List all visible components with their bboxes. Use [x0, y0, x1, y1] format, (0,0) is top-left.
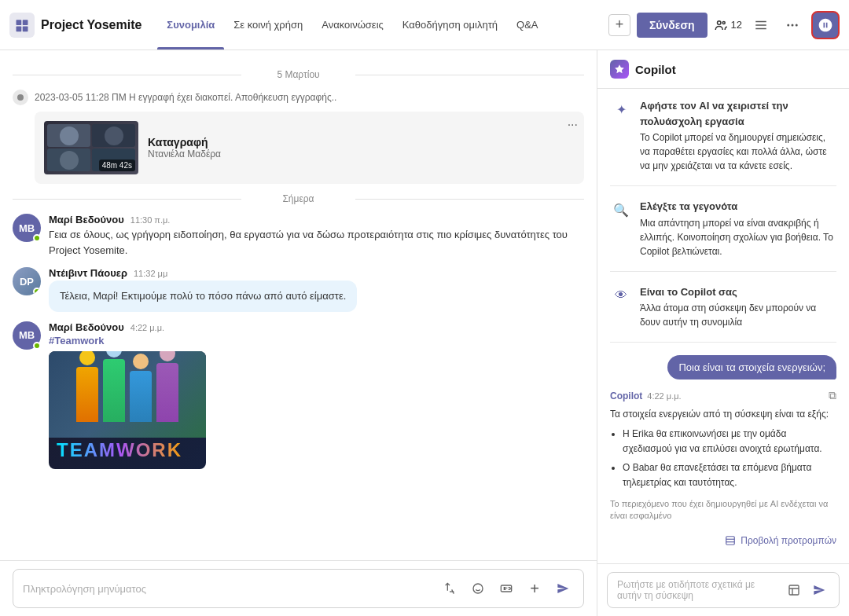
more-options-button[interactable] — [780, 13, 805, 38]
send-button[interactable] — [552, 578, 574, 600]
date-divider-today: Σήμερα — [13, 193, 584, 204]
date-divider-march: 5 Μαρτίου — [13, 69, 584, 80]
message-row: DP Ντέιβιντ Πάουερ 11:32 μμ Τέλεια, Μαρί… — [13, 267, 584, 312]
join-button[interactable]: Σύνδεση — [637, 13, 708, 38]
format-text-button[interactable] — [439, 578, 461, 600]
copy-response-button[interactable]: ⧉ — [829, 389, 836, 402]
svg-point-10 — [792, 24, 794, 26]
divider — [610, 185, 836, 186]
divider — [610, 342, 836, 343]
recording-info: Καταγραφή Ντανιέλα Μαδέρα — [148, 136, 575, 160]
attach-button[interactable] — [784, 580, 804, 600]
svg-rect-23 — [789, 585, 799, 595]
add-tab-button[interactable]: + — [608, 14, 630, 36]
svg-point-4 — [717, 20, 721, 24]
participants-count[interactable]: 12 — [714, 18, 742, 32]
status-dot — [33, 288, 41, 295]
copilot-input-area: Ρωτήστε με οτιδήποτε σχετικά με αυτήν τη… — [597, 563, 849, 616]
avatar: DP — [13, 267, 41, 295]
copilot-logo — [610, 60, 629, 79]
input-toolbar: + — [439, 578, 574, 600]
copilot-input-toolbar — [784, 580, 829, 600]
copilot-title: Copilot — [635, 63, 676, 76]
copilot-feature: ✦ Αφήστε τον AI να χειριστεί την πολυάσχ… — [610, 98, 836, 173]
copilot-send-button[interactable] — [809, 580, 829, 600]
copilot-input-box: Ρωτήστε με οτιδήποτε σχετικά με αυτήν τη… — [607, 572, 840, 608]
copilot-feature: 👁 Είναι το Copilot σας Άλλα άτομα στη σύ… — [610, 284, 836, 330]
message-row: MB Μαρί Βεδούνου 4:22 μ.μ. #Teamwork — [13, 321, 584, 469]
message-input-box: Πληκτρολόγηση μηνύματος + — [13, 569, 584, 608]
copilot-feature: 🔍 Ελέγξτε τα γεγονότα Μια απάντηση μπορε… — [610, 199, 836, 258]
gif-image: TEAMWORK — [49, 351, 206, 469]
app-icon — [9, 13, 35, 38]
copilot-body: ✦ Αφήστε τον AI να χειριστεί την πολυάσχ… — [597, 89, 849, 563]
divider — [610, 271, 836, 272]
avatar: MB — [13, 214, 41, 242]
main-area: 5 Μαρτίου 2023-03-05 11:28 ΠΜ Η εγγραφή … — [0, 50, 849, 616]
tab-announcements[interactable]: Ανακοινώσεις — [312, 0, 393, 50]
view-prompts-link[interactable]: Προβολή προτρομπών — [610, 532, 836, 549]
copilot-panel: Copilot ✦ Αφήστε τον AI να χειριστεί την… — [597, 50, 849, 616]
svg-rect-3 — [23, 26, 28, 31]
sparkle-icon: ✦ — [610, 98, 632, 120]
chat-panel: 5 Μαρτίου 2023-03-05 11:28 ΠΜ Η εγγραφή … — [0, 50, 597, 616]
svg-rect-2 — [17, 26, 22, 31]
recording-stopped-icon — [13, 90, 28, 105]
recording-card: 48m 42s Καταγραφή Ντανιέλα Μαδέρα ··· — [35, 112, 584, 184]
svg-point-16 — [473, 584, 483, 593]
header-right-actions: Σύνδεση 12 — [637, 11, 840, 39]
chat-messages: 5 Μαρτίου 2023-03-05 11:28 ΠΜ Η εγγραφή … — [0, 50, 597, 560]
svg-point-9 — [787, 24, 789, 26]
system-message-recording: 2023-03-05 11:28 ΠΜ Η εγγραφή έχει διακο… — [13, 90, 584, 105]
message-row: MB Μαρί Βεδούνου 11:30 π.μ. Γεια σε όλου… — [13, 214, 584, 258]
svg-rect-20 — [726, 536, 735, 544]
message-content: Μαρί Βεδούνου 11:30 π.μ. Γεια σε όλους, … — [49, 214, 584, 258]
recording-thumbnail: 48m 42s — [44, 121, 138, 174]
tab-speaker-coaching[interactable]: Καθοδήγηση ομιλητή — [393, 0, 507, 50]
copilot-input-placeholder[interactable]: Ρωτήστε με οτιδήποτε σχετικά με αυτήν τη… — [617, 579, 777, 601]
copilot-header: Copilot — [597, 50, 849, 89]
add-button[interactable]: + — [524, 578, 546, 600]
avatar: MB — [13, 321, 41, 350]
copilot-response: Copilot 4:22 μ.μ. ⧉ Τα στοιχεία ενεργειώ… — [610, 389, 836, 522]
emoji-button[interactable] — [467, 578, 489, 600]
status-dot — [33, 234, 41, 242]
message-input-placeholder[interactable]: Πληκτρολόγηση μηνύματος — [23, 583, 431, 595]
message-content: Μαρί Βεδούνου 4:22 μ.μ. #Teamwork — [49, 321, 584, 469]
svg-point-11 — [796, 24, 798, 26]
message-content: Ντέιβιντ Πάουερ 11:32 μμ Τέλεια, Μαρί! Ε… — [49, 267, 584, 312]
user-question-container: Ποια είναι τα στοιχεία ενεργειών; — [610, 355, 836, 380]
main-tabs: Συνομιλία Σε κοινή χρήση Ανακοινώσεις Κα… — [157, 0, 602, 50]
list-view-button[interactable] — [748, 13, 774, 38]
recording-menu-button[interactable]: ··· — [568, 118, 578, 132]
tab-qa[interactable]: Q&A — [507, 0, 547, 50]
gif-button[interactable] — [495, 578, 517, 600]
svg-point-5 — [722, 21, 725, 24]
copilot-header-button[interactable] — [811, 11, 840, 39]
disclaimer: Το περιεχόμενο που έχει δημιουργηθεί με … — [610, 498, 836, 522]
eye-icon: 👁 — [610, 284, 632, 306]
svg-rect-0 — [17, 20, 22, 25]
svg-point-12 — [17, 94, 24, 101]
response-list: Η Erika θα επικοινωνήσει με την ομάδα σχ… — [610, 427, 836, 493]
user-question-bubble: Ποια είναι τα στοιχεία ενεργειών; — [667, 355, 836, 380]
tab-chat[interactable]: Συνομιλία — [157, 0, 224, 50]
tab-sharing[interactable]: Σε κοινή χρήση — [224, 0, 312, 50]
project-title: Project Yosemite — [41, 18, 142, 32]
status-dot — [33, 342, 41, 350]
svg-rect-1 — [23, 20, 28, 25]
search-icon: 🔍 — [610, 199, 632, 221]
chat-input-area: Πληκτρολόγηση μηνύματος + — [0, 560, 597, 616]
app-header: Project Yosemite Συνομιλία Σε κοινή χρήσ… — [0, 0, 849, 50]
